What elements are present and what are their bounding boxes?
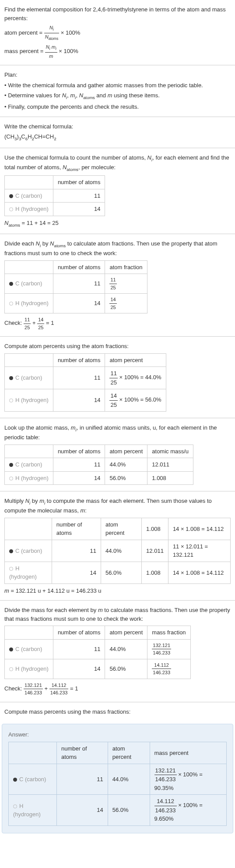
fraction: Ni Natoms xyxy=(44,24,59,42)
element-cell: C (carbon) xyxy=(5,458,53,472)
element-cell: H (hydrogen) xyxy=(9,795,57,826)
hydrogen-dot-icon xyxy=(9,477,13,480)
value-cell: 14 xyxy=(53,659,105,679)
intro-text: Find the elemental composition for 2,4,6… xyxy=(4,5,231,22)
table-row: C (carbon) 11 44.0% 12.011 11 × 12.011 =… xyxy=(5,540,231,562)
col-header: number of atoms xyxy=(56,742,108,764)
answer-table: number of atomsatom percentmass percent … xyxy=(8,742,227,826)
massmult-section: Multiply Ni by mi to compute the mass fo… xyxy=(0,491,235,601)
col-header: mass percent xyxy=(150,742,226,764)
masspct-section: Compute mass percents using the mass fra… xyxy=(0,702,235,722)
answer-title: Answer: xyxy=(8,730,227,739)
massfrac-text: Divide the mass for each element by m to… xyxy=(4,606,231,623)
check-eq: Check: 1125 + 1425 = 1 xyxy=(4,316,231,331)
value-cell: 56.0% xyxy=(101,562,142,583)
col-header: number of atoms xyxy=(53,260,105,274)
plan-bullet: • Write the chemical formula and gather … xyxy=(4,81,231,90)
atompct-section: Compute atom percents using the atom fra… xyxy=(0,337,235,418)
element-cell: H (hydrogen) xyxy=(5,659,53,679)
table-row: C (carbon) 11 44.0% 132.121146.233 xyxy=(5,639,191,659)
answer-box: Answer: number of atomsatom percentmass … xyxy=(2,724,233,833)
value-cell: 14 xyxy=(53,203,105,216)
element-cell: H (hydrogen) xyxy=(5,471,53,485)
hydrogen-dot-icon xyxy=(9,567,13,571)
col-header: number of atoms xyxy=(53,445,105,458)
plan-title: Plan: xyxy=(4,71,231,79)
value-cell: 44.0% xyxy=(101,540,142,562)
massmult-text: Multiply Ni by mi to compute the mass fo… xyxy=(4,497,231,515)
element-cell: C (carbon) xyxy=(5,540,52,562)
table-row: H (hydrogen) 14 1425 xyxy=(5,294,147,313)
fraction-cell: 14.112146.233 xyxy=(147,659,190,679)
carbon-dot-icon xyxy=(9,647,13,651)
value-cell: 14 xyxy=(53,389,105,412)
value-cell: 12.011 xyxy=(147,458,193,472)
col-header: number of atoms xyxy=(53,626,105,640)
value-cell: 44.0% xyxy=(105,639,147,659)
check-eq: Check: 132.121146.233 + 14.112146.233 = … xyxy=(4,682,231,697)
chemical-formula: (CH3)3C6H2CH=CH2 xyxy=(4,132,231,142)
calc-cell: 132.121146.233 × 100% = 90.35% xyxy=(150,764,226,795)
col-header: atom percent xyxy=(101,518,142,540)
massfrac-table: number of atomsatom percentmass fraction… xyxy=(4,626,191,679)
value-cell: 1.008 xyxy=(147,471,193,485)
plan-section: Plan: • Write the chemical formula and g… xyxy=(0,65,235,117)
mass-lookup-section: Look up the atomic mass, mi, in unified … xyxy=(0,418,235,491)
fraction: Ni mi m xyxy=(45,43,57,60)
table-row: C (carbon) 11 1125 xyxy=(5,274,147,294)
carbon-dot-icon xyxy=(9,194,13,198)
value-cell: 14 xyxy=(53,294,105,313)
massmult-table: number of atomsatom percent1.00814 × 1.0… xyxy=(4,518,231,584)
table-row: H (hydrogen) 14 56.0% 1.008 14 × 1.008 =… xyxy=(5,562,231,583)
col-header: 1.008 xyxy=(142,518,168,540)
value-cell: 56.0% xyxy=(105,471,147,485)
col-header: atom percent xyxy=(105,353,166,367)
table-row: H (hydrogen) 14 56.0% 14.112146.233 xyxy=(5,659,191,679)
carbon-dot-icon xyxy=(9,463,13,467)
value-cell: 14 × 1.008 = 14.112 xyxy=(168,562,230,583)
element-cell: C (carbon) xyxy=(5,274,53,294)
table-row: H (hydrogen) 14 xyxy=(5,203,105,216)
element-cell: H (hydrogen) xyxy=(5,562,52,583)
value-cell: 11 xyxy=(53,639,105,659)
plan-bullet: • Determine values for Ni, mi, Natoms an… xyxy=(4,91,231,101)
value-cell: 56.0% xyxy=(105,659,147,679)
count-text: Use the chemical formula to count the nu… xyxy=(4,153,231,173)
molecular-mass-eq: m = 132.121 u + 14.112 u = 146.233 u xyxy=(4,587,231,595)
value-cell: 44.0% xyxy=(105,458,147,472)
formula-title: Write the chemical formula: xyxy=(4,122,231,131)
carbon-dot-icon xyxy=(9,376,13,380)
element-cell: C (carbon) xyxy=(5,367,53,389)
element-cell: H (hydrogen) xyxy=(5,294,53,313)
atompct-title: Compute atom percents using the atom fra… xyxy=(4,342,231,351)
atoms-table: number of atoms C (carbon) 11 H (hydroge… xyxy=(4,175,105,216)
value-cell: 14 xyxy=(53,471,105,485)
calc-cell: 14.112146.233 × 100% = 9.650% xyxy=(150,795,226,826)
mass-lookup-table: number of atomsatom percentatomic mass/u… xyxy=(4,445,193,485)
value-cell: 11 × 12.011 = 132.121 xyxy=(168,540,230,562)
value-cell: 14 xyxy=(56,795,108,826)
table-row: H (hydrogen) 14 1425 × 100% = 56.0% xyxy=(5,389,166,412)
value-cell: 1.008 xyxy=(142,562,168,583)
hydrogen-dot-icon xyxy=(9,302,13,306)
col-header: 14 × 1.008 = 14.112 xyxy=(168,518,230,540)
carbon-dot-icon xyxy=(13,778,17,782)
element-cell: C (carbon) xyxy=(5,639,53,659)
element-cell: H (hydrogen) xyxy=(5,203,53,216)
fraction-cell: 132.121146.233 xyxy=(147,639,190,659)
atomfrac-section: Divide each Ni by Natoms to calculate at… xyxy=(0,234,235,337)
value-cell: 11 xyxy=(53,367,105,389)
col-header: atom percent xyxy=(105,626,147,640)
value-cell: 44.0% xyxy=(108,764,150,795)
table-row: C (carbon) 11 xyxy=(5,189,105,203)
hydrogen-dot-icon xyxy=(9,207,13,211)
intro-section: Find the elemental composition for 2,4,6… xyxy=(0,0,235,65)
value-cell: 11 xyxy=(56,764,108,795)
col-header: number of atoms xyxy=(53,176,105,189)
col-header: atom fraction xyxy=(105,260,147,274)
count-section: Use the chemical formula to count the nu… xyxy=(0,148,235,234)
mass-percent-eq: mass percent = Ni mi m × 100% xyxy=(4,43,231,60)
value-cell: 12.011 xyxy=(142,540,168,562)
fraction-cell: 1125 xyxy=(105,274,147,294)
formula-section: Write the chemical formula: (CH3)3C6H2CH… xyxy=(0,117,235,148)
